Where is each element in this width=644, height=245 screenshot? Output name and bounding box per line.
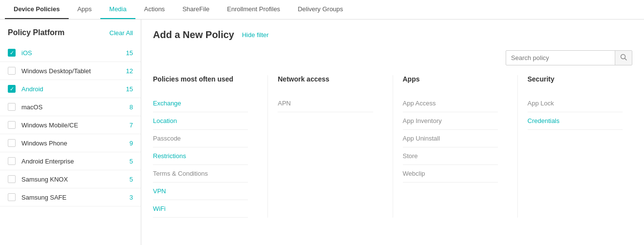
- sidebar-count-windows-mobile: 7: [123, 122, 133, 129]
- checkbox-windows-desktop[interactable]: [8, 67, 16, 75]
- nav-item-sharefile[interactable]: ShareFile: [173, 0, 218, 19]
- sidebar-count-android: 15: [123, 85, 133, 93]
- search-icon: [620, 54, 627, 61]
- sidebar-count-windows-desktop: 12: [123, 67, 133, 75]
- policy-item-apn[interactable]: APN: [278, 95, 373, 112]
- policy-item-app-uninstall[interactable]: App Uninstall: [403, 130, 498, 147]
- sidebar-label-android: Android: [21, 85, 123, 93]
- policy-item-wifi[interactable]: WiFi: [153, 200, 248, 218]
- hide-filter-link[interactable]: Hide filter: [242, 31, 269, 39]
- sidebar-count-samsung-safe: 3: [123, 194, 133, 201]
- checkbox-macos[interactable]: [8, 103, 16, 111]
- sidebar-label-macos: macOS: [21, 103, 123, 111]
- col-header-most-used: Policies most often used: [153, 75, 248, 87]
- sidebar-count-macos: 8: [123, 103, 133, 111]
- column-divider-2: [393, 75, 393, 218]
- policy-item-vpn[interactable]: VPN: [153, 183, 248, 200]
- policy-col-most-used: Policies most often usedExchangeLocation…: [153, 75, 258, 218]
- checkbox-ios[interactable]: [8, 49, 16, 57]
- policy-item-app-inventory[interactable]: App Inventory: [403, 112, 498, 130]
- top-navigation: Device PoliciesAppsMediaActionsShareFile…: [0, 0, 644, 20]
- sidebar-item-android-enterprise[interactable]: Android Enterprise5: [0, 152, 141, 170]
- sidebar-count-samsung-knox: 5: [123, 176, 133, 183]
- policy-item-app-access[interactable]: App Access: [403, 95, 498, 112]
- sidebar-item-ios[interactable]: iOS15: [0, 44, 141, 62]
- column-divider-3: [517, 75, 518, 218]
- col-header-apps: Apps: [403, 75, 498, 87]
- sidebar-count-windows-phone: 9: [123, 140, 133, 147]
- policy-col-apps: AppsApp AccessApp InventoryApp Uninstall…: [403, 75, 508, 218]
- sidebar-label-windows-desktop: Windows Desktop/Tablet: [21, 67, 123, 75]
- nav-item-device-policies[interactable]: Device Policies: [5, 0, 69, 19]
- search-input[interactable]: [506, 51, 615, 64]
- nav-item-apps[interactable]: Apps: [69, 0, 101, 19]
- sidebar-label-windows-mobile: Windows Mobile/CE: [21, 122, 123, 129]
- checkbox-windows-mobile[interactable]: [8, 121, 16, 129]
- checkbox-windows-phone[interactable]: [8, 139, 16, 147]
- policy-item-webclip[interactable]: Webclip: [403, 165, 498, 183]
- sidebar-item-android[interactable]: Android15: [0, 80, 141, 98]
- policy-col-network-access: Network accessAPN: [278, 75, 382, 218]
- sidebar-label-android-enterprise: Android Enterprise: [21, 158, 123, 165]
- checkbox-android-enterprise[interactable]: [8, 157, 16, 165]
- policy-col-security: SecurityApp LockCredentials: [528, 75, 632, 218]
- column-divider-1: [267, 75, 268, 218]
- search-box: [506, 50, 632, 65]
- policy-columns: Policies most often usedExchangeLocation…: [153, 75, 632, 218]
- sidebar: Policy Platform Clear All iOS15Windows D…: [0, 20, 141, 245]
- search-container: [153, 50, 632, 65]
- sidebar-item-windows-phone[interactable]: Windows Phone9: [0, 134, 141, 152]
- policy-item-location[interactable]: Location: [153, 112, 248, 130]
- sidebar-count-ios: 15: [123, 49, 133, 57]
- sidebar-label-samsung-knox: Samsung KNOX: [21, 176, 123, 183]
- content-header: Add a New Policy Hide filter: [153, 29, 632, 41]
- clear-all-button[interactable]: Clear All: [110, 29, 133, 37]
- sidebar-label-samsung-safe: Samsung SAFE: [21, 194, 123, 201]
- nav-item-media[interactable]: Media: [100, 0, 135, 19]
- nav-item-delivery-groups[interactable]: Delivery Groups: [289, 0, 352, 19]
- sidebar-count-android-enterprise: 5: [123, 158, 133, 165]
- col-header-network-access: Network access: [278, 75, 373, 87]
- col-header-security: Security: [528, 75, 623, 87]
- policy-item-restrictions[interactable]: Restrictions: [153, 147, 248, 165]
- sidebar-item-macos[interactable]: macOS8: [0, 98, 141, 116]
- policy-item-store[interactable]: Store: [403, 147, 498, 165]
- main-layout: Policy Platform Clear All iOS15Windows D…: [0, 20, 644, 245]
- checkbox-samsung-safe[interactable]: [8, 193, 16, 201]
- search-button[interactable]: [615, 51, 632, 65]
- sidebar-title: Policy Platform: [8, 28, 64, 37]
- checkbox-android[interactable]: [8, 85, 16, 93]
- content-area: Add a New Policy Hide filter Policies mo…: [141, 20, 644, 245]
- policy-item-passcode[interactable]: Passcode: [153, 130, 248, 147]
- policy-item-exchange[interactable]: Exchange: [153, 95, 248, 112]
- sidebar-item-samsung-safe[interactable]: Samsung SAFE3: [0, 188, 141, 206]
- sidebar-header: Policy Platform Clear All: [0, 20, 141, 44]
- sidebar-items-list: iOS15Windows Desktop/Tablet12Android15ma…: [0, 44, 141, 206]
- policy-item-terms-conditions[interactable]: Terms & Conditions: [153, 165, 248, 183]
- page-title: Add a New Policy: [153, 29, 234, 41]
- sidebar-item-windows-mobile[interactable]: Windows Mobile/CE7: [0, 116, 141, 134]
- sidebar-label-windows-phone: Windows Phone: [21, 140, 123, 147]
- nav-item-actions[interactable]: Actions: [135, 0, 174, 19]
- policy-item-credentials[interactable]: Credentials: [528, 112, 623, 130]
- checkbox-samsung-knox[interactable]: [8, 175, 16, 183]
- sidebar-item-windows-desktop[interactable]: Windows Desktop/Tablet12: [0, 62, 141, 80]
- sidebar-label-ios: iOS: [21, 49, 123, 57]
- svg-line-1: [625, 59, 627, 61]
- nav-item-enrollment-profiles[interactable]: Enrollment Profiles: [218, 0, 289, 19]
- sidebar-item-samsung-knox[interactable]: Samsung KNOX5: [0, 170, 141, 188]
- policy-item-app-lock[interactable]: App Lock: [528, 95, 623, 112]
